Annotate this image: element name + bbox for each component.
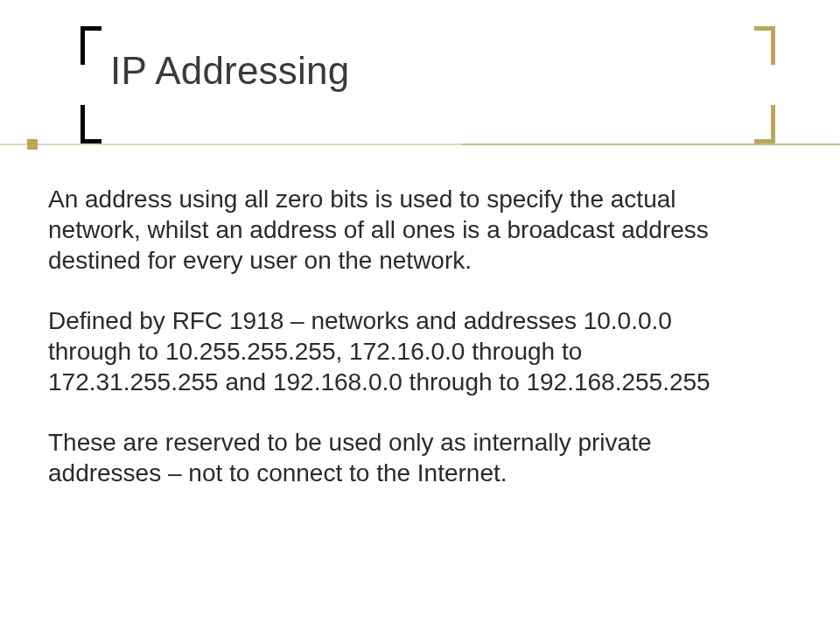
- title-corner-top-right: [754, 26, 775, 65]
- paragraph: Defined by RFC 1918 – networks and addre…: [48, 305, 748, 397]
- title-corner-top-left: [80, 26, 102, 65]
- divider-rule: [0, 144, 840, 145]
- slide-title: IP Addressing: [110, 49, 349, 93]
- paragraph: These are reserved to be used only as in…: [48, 427, 748, 488]
- slide-body: An address using all zero bits is used t…: [48, 184, 748, 518]
- divider-tick: [27, 139, 38, 150]
- title-corner-bottom-left: [80, 105, 102, 144]
- slide: IP Addressing An address using all zero …: [0, 0, 840, 630]
- paragraph: An address using all zero bits is used t…: [48, 184, 748, 276]
- title-corner-bottom-right: [754, 105, 775, 144]
